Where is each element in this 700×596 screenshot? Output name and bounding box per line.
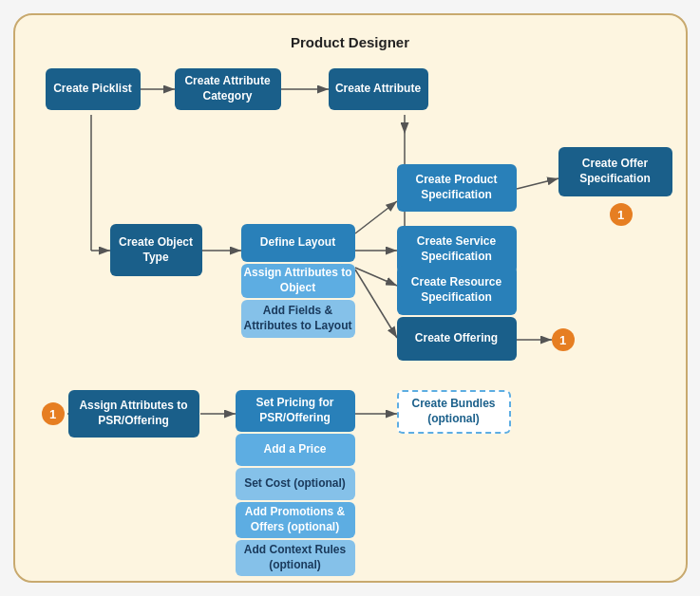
badge-offer-spec: 1 <box>610 203 633 226</box>
create-resource-spec-box: Create Resource Specification <box>397 266 517 315</box>
create-attribute-category-box: Create Attribute Category <box>175 68 281 110</box>
create-offering-box: Create Offering <box>397 317 517 361</box>
badge-assign-psr: 1 <box>42 402 65 425</box>
svg-line-8 <box>355 201 397 233</box>
svg-line-10 <box>355 268 397 286</box>
diagram-container: Product Designer <box>13 13 688 583</box>
badge-offering: 1 <box>552 328 575 351</box>
set-pricing-psr-box: Set Pricing for PSR/Offering <box>236 390 355 432</box>
create-product-spec-box: Create Product Specification <box>397 164 517 212</box>
assign-attributes-psr-box: Assign Attributes to PSR/Offering <box>68 390 199 438</box>
add-context-rules-box: Add Context Rules (optional) <box>236 540 355 576</box>
svg-line-11 <box>355 270 397 338</box>
create-offer-spec-box: Create Offer Specification <box>558 147 672 196</box>
create-bundles-box: Create Bundles (optional) <box>397 390 511 434</box>
diagram-title: Product Designer <box>34 34 667 50</box>
add-fields-to-layout-box: Add Fields & Attributes to Layout <box>241 300 355 338</box>
svg-line-12 <box>517 178 558 189</box>
assign-attributes-to-object-box: Assign Attributes to Object <box>241 264 355 298</box>
set-cost-box: Set Cost (optional) <box>236 468 355 500</box>
add-promotions-box: Add Promotions & Offers (optional) <box>236 502 355 538</box>
add-a-price-box: Add a Price <box>236 434 355 466</box>
create-picklist-box: Create Picklist <box>46 68 141 110</box>
create-attribute-box: Create Attribute <box>329 68 428 110</box>
create-object-type-box: Create Object Type <box>110 224 202 276</box>
define-layout-box: Define Layout <box>241 224 355 262</box>
